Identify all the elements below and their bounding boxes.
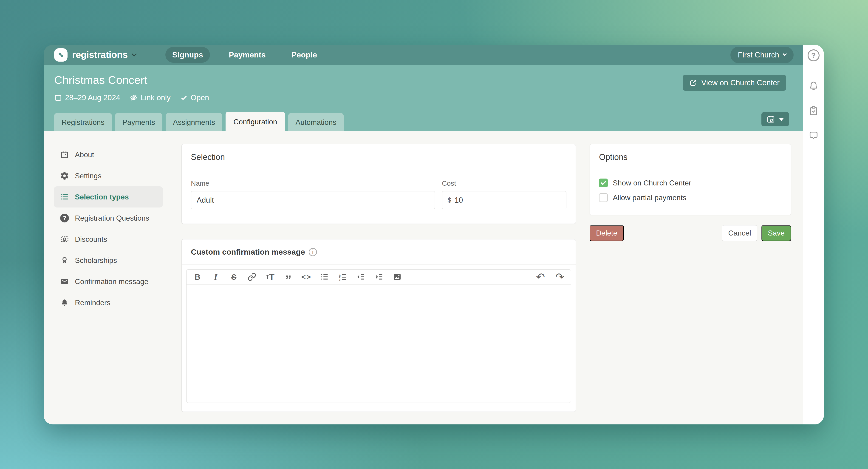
numbered-list-icon[interactable]: 1 2 3 — [338, 272, 347, 282]
sidebar-item-label: Selection types — [75, 193, 129, 201]
option-allow-partial-payments: Allow partial payments — [599, 193, 782, 202]
view-on-church-center-button[interactable]: View on Church Center — [683, 75, 786, 91]
visibility-text: Link only — [141, 93, 170, 102]
undo-icon[interactable]: ↶ — [536, 272, 545, 282]
chat-icon[interactable] — [808, 130, 819, 142]
sidebar-item-settings[interactable]: Settings — [54, 165, 163, 186]
calendar-link-icon — [767, 115, 775, 124]
sidebar-item-about[interactable]: About — [54, 144, 163, 165]
name-field-group: Name — [191, 179, 435, 209]
code-icon[interactable]: <> — [302, 272, 311, 282]
calendar-icon — [60, 150, 69, 159]
center-column: Selection Name Cost $ — [182, 144, 576, 412]
confirmation-card-body: B I S TT — [182, 265, 576, 412]
configuration-sidebar: About Settings — [54, 144, 163, 424]
redo-icon[interactable]: ↷ — [555, 272, 564, 282]
option-label: Show on Church Center — [613, 179, 691, 187]
org-switcher[interactable]: First Church — [731, 47, 794, 63]
delete-button[interactable]: Delete — [590, 225, 624, 241]
tab-automations[interactable]: Automations — [288, 113, 344, 131]
sidebar-item-label: Scholarships — [75, 256, 117, 265]
discount-icon — [60, 234, 69, 244]
date-range: 28–29 Aug 2024 — [54, 93, 120, 102]
date-range-text: 28–29 Aug 2024 — [65, 93, 120, 102]
top-navbar: registrations Signups Payments People Fi… — [44, 45, 803, 65]
check-icon — [180, 94, 188, 101]
save-button[interactable]: Save — [762, 225, 791, 241]
calendar-link-dropdown-button[interactable] — [762, 112, 789, 126]
option-label: Allow partial payments — [613, 194, 686, 202]
strikethrough-icon[interactable]: S — [229, 272, 239, 282]
question-glyph: ? — [63, 215, 66, 222]
question-circle-icon: ? — [60, 213, 69, 223]
save-cancel-group: Cancel Save — [722, 225, 791, 241]
notifications-bell-icon[interactable] — [808, 81, 819, 92]
bell-icon — [60, 298, 69, 307]
external-link-icon — [689, 79, 697, 87]
main-column: registrations Signups Payments People Fi… — [44, 45, 803, 424]
confirmation-message-card: Custom confirmation message i B I S — [182, 239, 576, 412]
sidebar-item-label: About — [75, 150, 94, 159]
page-header: Christmas Concert 28–29 Aug 2024 Link on… — [44, 65, 803, 131]
sidebar-item-discounts[interactable]: Discounts — [54, 229, 163, 250]
tab-registrations[interactable]: Registrations — [54, 113, 112, 131]
checkbox-checked[interactable] — [599, 179, 608, 187]
sidebar-item-selection-types[interactable]: Selection types — [54, 186, 163, 207]
selection-card-body: Name Cost $ — [182, 170, 576, 224]
quote-icon[interactable]: ” — [284, 272, 293, 282]
cost-field-group: Cost $ — [442, 179, 566, 209]
nav-item-signups[interactable]: Signups — [165, 47, 210, 63]
sidebar-item-scholarships[interactable]: Scholarships — [54, 250, 163, 271]
sidebar-item-registration-questions[interactable]: ? Registration Questions — [54, 207, 163, 229]
chevron-down-icon — [132, 51, 137, 57]
envelope-icon — [60, 277, 69, 286]
bold-icon[interactable]: B — [193, 272, 202, 282]
chevron-down-icon — [782, 52, 787, 56]
primary-nav: Signups Payments People — [165, 47, 324, 63]
sidebar-item-reminders[interactable]: Reminders — [54, 292, 163, 313]
tab-assignments[interactable]: Assignments — [165, 113, 222, 131]
app-name: registrations — [72, 50, 128, 60]
cost-input[interactable] — [454, 196, 561, 205]
cost-label: Cost — [442, 179, 566, 187]
svg-text:3: 3 — [339, 278, 341, 281]
undo-redo-group: ↶ ↷ — [536, 272, 564, 282]
registrations-logo-icon — [54, 48, 67, 62]
tab-payments[interactable]: Payments — [115, 113, 162, 131]
text-size-icon[interactable]: TT — [266, 272, 275, 282]
gear-icon — [60, 171, 69, 181]
nav-item-people[interactable]: People — [285, 47, 324, 63]
sidebar-item-label: Confirmation message — [75, 277, 148, 286]
configuration-content: About Settings — [44, 131, 803, 424]
rich-text-toolbar: B I S TT — [186, 269, 571, 285]
help-icon[interactable]: ? — [808, 50, 819, 61]
sidebar-item-label: Settings — [75, 172, 101, 180]
tab-configuration[interactable]: Configuration — [225, 112, 285, 131]
selection-card: Selection Name Cost $ — [182, 144, 576, 224]
editor-content[interactable] — [186, 285, 571, 403]
link-icon[interactable] — [247, 272, 256, 282]
list-icon — [60, 192, 69, 202]
cancel-button[interactable]: Cancel — [722, 225, 757, 241]
event-meta: 28–29 Aug 2024 Link only Open — [54, 93, 792, 102]
checkbox-unchecked[interactable] — [599, 193, 608, 202]
outdent-icon[interactable] — [356, 272, 366, 282]
nav-item-payments[interactable]: Payments — [222, 47, 273, 63]
right-column: Options Show on Church Center Allow part… — [590, 144, 791, 241]
form-actions: Delete Cancel Save — [590, 225, 791, 241]
confirmation-card-title: Custom confirmation message — [191, 247, 305, 257]
confirmation-card-header: Custom confirmation message i — [182, 239, 576, 265]
tasks-clipboard-icon[interactable] — [808, 106, 819, 117]
bullet-list-icon[interactable] — [320, 272, 329, 282]
sidebar-item-label: Registration Questions — [75, 214, 149, 223]
image-icon[interactable] — [393, 272, 402, 282]
chevron-down-icon — [779, 118, 784, 121]
sidebar-item-label: Discounts — [75, 235, 107, 243]
italic-icon[interactable]: I — [211, 272, 220, 282]
ticket-icon — [56, 50, 65, 60]
sidebar-item-confirmation-message[interactable]: Confirmation message — [54, 271, 163, 292]
indent-icon[interactable] — [374, 272, 383, 282]
info-icon[interactable]: i — [309, 248, 317, 256]
app-switcher[interactable]: registrations — [54, 48, 136, 62]
name-input[interactable] — [191, 191, 435, 209]
